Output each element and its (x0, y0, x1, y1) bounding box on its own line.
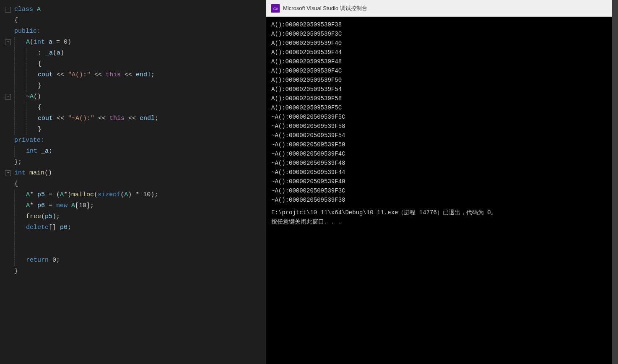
console-output-line: ~A():0000020509539F4C (271, 149, 613, 159)
code-token: "A():" (68, 71, 91, 78)
code-token: ~ (26, 93, 30, 100)
code-token: cout (38, 71, 57, 78)
code-token: << (125, 115, 140, 122)
code-token: * (30, 202, 37, 209)
line-content: cout << "A():" << this << endl; (38, 70, 155, 81)
code-line: } (0, 266, 266, 277)
code-line: delete[] p6; (0, 222, 266, 233)
console-output-line: A():0000020509539F38 (271, 20, 613, 29)
code-token: A (37, 6, 41, 13)
console-output-line: ~A():0000020509539F5C (271, 112, 613, 122)
code-token: } (14, 268, 18, 275)
code-line: int _a; (0, 146, 266, 157)
code-token: () (34, 93, 41, 100)
code-token: ; (68, 224, 71, 231)
line-content: cout << "~A():" << this << endl; (38, 113, 158, 124)
code-token: ) * 10); (128, 191, 158, 198)
line-content: } (14, 266, 18, 277)
code-token: : (38, 49, 45, 57)
code-token: main (29, 169, 44, 177)
console-output-line: A():0000020509539F5C (271, 103, 613, 112)
code-token: ; (155, 115, 158, 122)
indent-guide (14, 233, 26, 244)
line-content: free(p5); (26, 211, 60, 222)
indent-guide (14, 255, 26, 266)
code-token: int (14, 169, 29, 177)
code-token: sizeof (98, 191, 120, 198)
code-token: _a (45, 49, 53, 57)
console-output-line: A():0000020509539F48 (271, 57, 613, 66)
code-token: }; (14, 159, 22, 166)
console-output-line: A():0000020509539F58 (271, 94, 613, 103)
code-line: { (0, 179, 266, 190)
code-token: A (71, 202, 75, 209)
indent-guide (14, 200, 26, 211)
console-output-line: A():0000020509539F44 (271, 48, 613, 57)
console-panel: C# Microsoft Visual Studio 调试控制台 A():000… (266, 0, 618, 364)
line-content: A(int a = 0) (26, 37, 71, 48)
scrollbar[interactable] (612, 0, 618, 364)
console-output-line: ~A():0000020509539F48 (271, 159, 613, 168)
line-content: A* p6 = new A[10]; (26, 200, 94, 211)
line-content: { (38, 102, 42, 113)
code-token: A (26, 202, 30, 209)
code-token: p5 (45, 213, 52, 220)
code-line: { (0, 102, 266, 113)
code-line: } (0, 124, 266, 135)
collapse-button[interactable]: − (5, 39, 11, 45)
code-token: } (38, 126, 42, 133)
code-token: << (91, 71, 106, 78)
code-token: p6 (37, 202, 49, 209)
code-token: { (14, 17, 18, 24)
code-line: A* p6 = new A[10]; (0, 200, 266, 211)
line-content: return 0; (26, 255, 60, 266)
indent-guide (26, 81, 38, 91)
line-content: } (38, 124, 42, 135)
code-token: delete (26, 224, 49, 231)
indent-guide (14, 211, 26, 222)
code-token: () (44, 169, 52, 177)
line-content: } (38, 81, 42, 91)
code-token: p5 (37, 191, 49, 198)
line-content: A* p5 = (A*)malloc(sizeof(A) * 10); (26, 190, 158, 200)
code-token: int (26, 148, 37, 155)
console-output-line: A():0000020509539F40 (271, 39, 613, 48)
code-line: cout << "~A():" << this << endl; (0, 113, 266, 124)
code-token: return (26, 257, 52, 264)
code-token: A (124, 191, 128, 198)
console-output-line: A():0000020509539F54 (271, 85, 613, 94)
code-token: endl (140, 115, 155, 122)
code-token: this (109, 115, 125, 122)
code-token: ; (49, 148, 52, 155)
indent-guide (14, 59, 26, 70)
indent-guide (14, 91, 26, 102)
indent-guide (26, 113, 38, 124)
code-token: a (57, 49, 60, 57)
code-token: ( (120, 191, 124, 198)
code-token: ( (94, 191, 98, 198)
code-token: { (38, 104, 42, 111)
code-token: this (106, 71, 121, 78)
code-token: << (57, 71, 68, 78)
code-token: new (56, 202, 71, 209)
console-title: Microsoft Visual Studio 调试控制台 (283, 5, 367, 12)
vs-icon: C# (271, 4, 280, 13)
code-token: 0) (64, 39, 71, 46)
code-line: } (0, 81, 266, 91)
code-token: ); (52, 213, 60, 220)
code-token: { (14, 180, 18, 187)
indent-guide (14, 190, 26, 200)
indent-guide (26, 59, 38, 70)
line-content: int _a; (26, 146, 52, 157)
console-output: A():0000020509539F38A():0000020509539F3C… (266, 17, 618, 364)
collapse-button[interactable]: − (5, 7, 11, 13)
indent-guide (26, 70, 38, 81)
collapse-button[interactable]: − (5, 94, 11, 100)
indent-guide (14, 222, 26, 233)
code-line (0, 233, 266, 244)
code-line: { (0, 15, 266, 26)
line-content: ~A() (26, 91, 41, 102)
code-token: [10]; (75, 202, 94, 209)
code-line: −~A() (0, 91, 266, 102)
collapse-button[interactable]: − (5, 170, 11, 176)
